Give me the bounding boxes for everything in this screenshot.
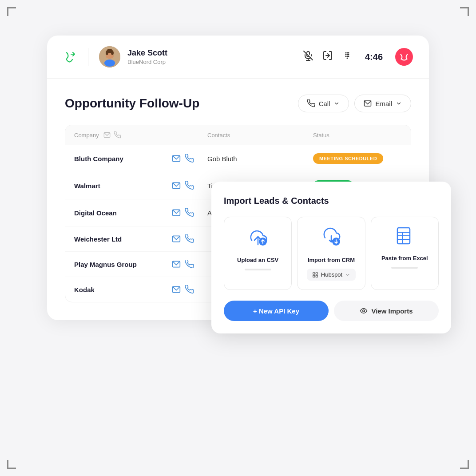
- row-phone-icon[interactable]: [185, 234, 194, 243]
- upload-csv-bar: [245, 269, 271, 270]
- row-email-icon[interactable]: [172, 234, 181, 243]
- svg-rect-31: [313, 272, 315, 274]
- row-action-icons[interactable]: [172, 285, 207, 294]
- row-phone-icon[interactable]: [185, 154, 194, 163]
- company-cell: Weichester Ltd: [74, 235, 172, 243]
- svg-point-13: [348, 52, 349, 54]
- screen: Jake Scott BlueNord Corp: [0, 0, 476, 476]
- svg-point-11: [345, 52, 346, 54]
- chevron-down-email-icon: [396, 100, 402, 107]
- row-phone-icon[interactable]: [185, 285, 194, 294]
- chevron-down-icon: [333, 100, 340, 107]
- svg-point-15: [346, 54, 348, 56]
- main-card: Jake Scott BlueNord Corp: [47, 36, 429, 320]
- contact-company: BlueNord Corp: [127, 59, 167, 65]
- import-modal: Import Leads & Contacts Upl: [211, 182, 451, 333]
- paste-excel-label: Paste from Excel: [381, 255, 428, 262]
- company-cell: Walmart: [74, 182, 172, 190]
- svg-rect-33: [313, 275, 315, 277]
- email-header-icon: [103, 131, 111, 139]
- new-api-key-button[interactable]: + New API Key: [224, 301, 329, 321]
- svg-point-14: [345, 54, 346, 56]
- company-cell: Kodak: [74, 286, 172, 294]
- row-action-icons[interactable]: [172, 154, 207, 163]
- svg-point-20: [346, 58, 348, 59]
- row-phone-icon[interactable]: [185, 260, 194, 269]
- svg-point-40: [363, 310, 365, 312]
- status-badge: MEETING SCHEDULED: [313, 153, 383, 164]
- contact-name: Jake Scott: [127, 48, 167, 58]
- row-email-icon[interactable]: [172, 208, 181, 217]
- dialpad-icon[interactable]: [342, 50, 353, 63]
- transfer-icon[interactable]: [322, 50, 333, 63]
- svg-point-17: [345, 56, 346, 57]
- eye-icon: [360, 307, 368, 315]
- svg-point-16: [348, 54, 349, 56]
- chevron-down-crm-icon: [345, 272, 350, 278]
- status-cell: MEETING SCHEDULED: [313, 153, 402, 164]
- svg-point-12: [346, 52, 348, 54]
- spreadsheet-icon: [395, 226, 414, 250]
- row-action-icons[interactable]: [172, 260, 207, 269]
- modal-title: Import Leads & Contacts: [224, 196, 439, 206]
- row-email-icon[interactable]: [172, 154, 181, 163]
- paste-excel-option[interactable]: Paste from Excel: [371, 217, 439, 290]
- corner-decoration-bl: [7, 460, 16, 469]
- table-row: Bluth Company Gob Bluth MEETING SCHEDULE…: [65, 145, 411, 172]
- corner-decoration-br: [460, 460, 469, 469]
- svg-point-8: [111, 51, 114, 55]
- call-button-label: Call: [319, 100, 330, 107]
- call-controls: 4:46: [303, 48, 413, 66]
- phone-header-icon: [114, 131, 121, 139]
- table-header: Company Contacts: [65, 125, 411, 145]
- company-cell: Bluth Company: [74, 155, 172, 163]
- call-timer: 4:46: [365, 52, 383, 62]
- company-header: Company: [74, 131, 172, 139]
- email-button[interactable]: Email: [354, 95, 411, 112]
- grid-icon: [312, 272, 318, 278]
- row-email-icon[interactable]: [172, 285, 181, 294]
- contact-cell: Gob Bluth: [207, 155, 313, 163]
- modal-footer: + New API Key View Imports: [224, 301, 439, 321]
- email-icon: [364, 99, 372, 107]
- import-crm-option[interactable]: Import from CRM Hubspot: [297, 217, 365, 290]
- call-bar: Jake Scott BlueNord Corp: [47, 36, 429, 79]
- call-button[interactable]: Call: [298, 95, 349, 112]
- corner-decoration-tl: [7, 7, 16, 16]
- call-divider: [88, 48, 88, 66]
- svg-rect-32: [316, 272, 317, 274]
- upload-cloud-icon: [247, 226, 269, 251]
- svg-point-19: [348, 56, 349, 57]
- row-action-icons[interactable]: [172, 181, 207, 190]
- phone-icon: [307, 99, 315, 107]
- avatar: [99, 46, 120, 67]
- crm-selector[interactable]: Hubspot: [307, 269, 356, 281]
- company-cell: Play Magnus Group: [74, 261, 172, 268]
- status-header: Status: [313, 131, 402, 139]
- import-crm-label: Import from CRM: [308, 257, 355, 263]
- svg-point-18: [346, 56, 348, 57]
- row-phone-icon[interactable]: [185, 181, 194, 190]
- spacer-header: [172, 131, 207, 139]
- row-email-icon[interactable]: [172, 181, 181, 190]
- view-imports-label: View Imports: [371, 307, 413, 315]
- view-imports-button[interactable]: View Imports: [334, 301, 439, 321]
- mute-icon[interactable]: [303, 50, 313, 63]
- download-cloud-icon: [321, 226, 342, 251]
- crm-selector-label: Hubspot: [321, 271, 342, 278]
- row-phone-icon[interactable]: [185, 208, 194, 217]
- row-email-icon[interactable]: [172, 260, 181, 269]
- contact-info: Jake Scott BlueNord Corp: [127, 48, 167, 65]
- svg-point-9: [104, 60, 115, 67]
- new-api-key-label: + New API Key: [253, 307, 299, 315]
- svg-point-7: [106, 51, 108, 55]
- contacts-header: Contacts: [207, 131, 313, 139]
- import-options: Upload an CSV Import from CRM: [224, 217, 439, 290]
- row-action-icons[interactable]: [172, 234, 207, 243]
- upload-csv-label: Upload an CSV: [237, 257, 278, 263]
- email-button-label: Email: [375, 100, 392, 107]
- upload-csv-option[interactable]: Upload an CSV: [224, 217, 292, 290]
- end-call-button[interactable]: [395, 48, 413, 66]
- row-action-icons[interactable]: [172, 208, 207, 217]
- paste-excel-bar: [391, 267, 418, 269]
